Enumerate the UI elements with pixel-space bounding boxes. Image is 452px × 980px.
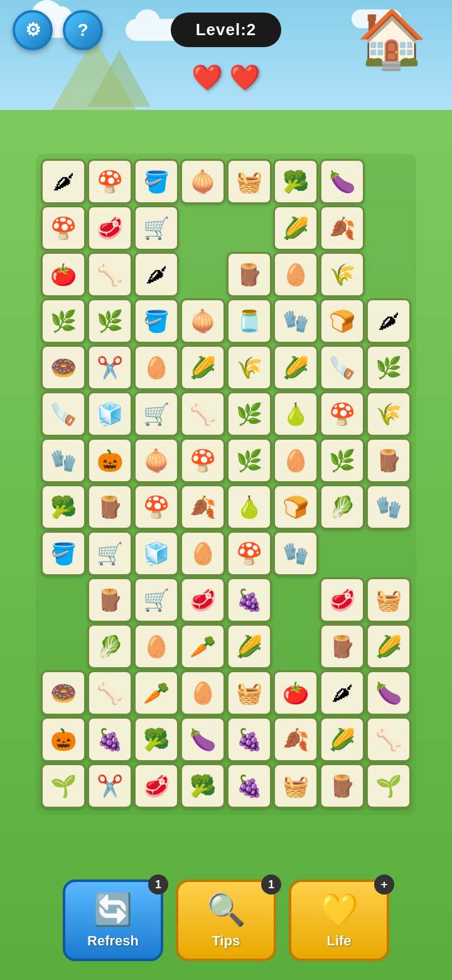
tile[interactable]: 🧺 — [273, 763, 318, 808]
tips-button[interactable]: 1 🔍 Tips — [176, 879, 276, 961]
tile[interactable]: 🌿 — [87, 298, 132, 344]
tile[interactable]: 🌿 — [320, 438, 365, 483]
tile[interactable]: 🎃 — [41, 717, 86, 762]
tile[interactable]: 🌱 — [41, 763, 86, 808]
tile[interactable]: 🍇 — [227, 717, 272, 762]
tile[interactable]: 🍂 — [180, 484, 225, 530]
tile[interactable]: 🌽 — [273, 205, 318, 251]
tile[interactable]: 🛒 — [134, 205, 179, 251]
tile[interactable]: 🍆 — [366, 670, 411, 716]
tile[interactable]: 🛒 — [87, 531, 132, 576]
tile[interactable]: 🦴 — [366, 717, 411, 762]
tile[interactable]: 🌱 — [366, 763, 411, 808]
tile[interactable]: 🥚 — [134, 624, 179, 669]
tile[interactable]: 🍇 — [87, 717, 132, 762]
tile[interactable]: 🥕 — [134, 670, 179, 716]
tile[interactable]: 🥩 — [320, 577, 365, 623]
tile[interactable]: 🍄 — [180, 438, 225, 483]
tile[interactable]: 🪵 — [87, 484, 132, 530]
tile[interactable]: 🧤 — [41, 438, 86, 483]
tile[interactable]: 🌶 — [320, 670, 365, 716]
tile[interactable]: ✂️ — [87, 763, 132, 808]
tile[interactable]: 🍩 — [41, 670, 86, 716]
tile[interactable]: 🍩 — [41, 345, 86, 390]
tile[interactable]: 🪣 — [41, 531, 86, 576]
tile[interactable]: 🥬 — [320, 484, 365, 530]
tile[interactable]: 🌶 — [41, 159, 86, 204]
tile[interactable]: 🧅 — [134, 438, 179, 483]
tile[interactable]: 🪣 — [134, 298, 179, 344]
tile[interactable]: 🎃 — [87, 438, 132, 483]
tile[interactable]: 🍞 — [273, 484, 318, 530]
tile[interactable]: 🥬 — [87, 624, 132, 669]
tile[interactable]: 🧺 — [227, 670, 272, 716]
tile[interactable]: 🌿 — [227, 391, 272, 437]
tile[interactable]: 🧊 — [134, 531, 179, 576]
tile[interactable]: 🥚 — [180, 531, 225, 576]
tile[interactable]: 🥩 — [180, 577, 225, 623]
tile[interactable]: 🥦 — [273, 159, 318, 204]
tile[interactable]: 🦴 — [87, 670, 132, 716]
tile[interactable]: 🌽 — [227, 624, 272, 669]
tile[interactable]: 🍐 — [273, 391, 318, 437]
tile[interactable]: 🌾 — [227, 345, 272, 390]
tile[interactable]: 🍞 — [320, 298, 365, 344]
tile[interactable]: 🍐 — [227, 484, 272, 530]
tile[interactable]: 🪵 — [320, 624, 365, 669]
tile[interactable]: 🧅 — [180, 298, 225, 344]
tile[interactable]: 🍇 — [227, 763, 272, 808]
tile[interactable]: 🍆 — [320, 159, 365, 204]
tile[interactable]: 🧅 — [180, 159, 225, 204]
tile[interactable]: 🛒 — [134, 391, 179, 437]
tile[interactable]: 🍄 — [320, 391, 365, 437]
tile[interactable]: 🦴 — [87, 252, 132, 297]
tile[interactable]: 🪚 — [320, 345, 365, 390]
tile[interactable]: 🍄 — [87, 159, 132, 204]
tile[interactable]: 🍄 — [227, 531, 272, 576]
tile[interactable]: 🧺 — [227, 159, 272, 204]
tile[interactable]: 🧊 — [87, 391, 132, 437]
tile[interactable]: 🌽 — [273, 345, 318, 390]
tile[interactable]: 🧤 — [366, 484, 411, 530]
tile[interactable]: 🍄 — [134, 484, 179, 530]
tile[interactable]: 🥦 — [134, 717, 179, 762]
tile[interactable]: 🌽 — [366, 624, 411, 669]
tile[interactable]: 🪵 — [320, 763, 365, 808]
tile[interactable]: 🌶 — [366, 298, 411, 344]
tile[interactable]: 🥦 — [180, 763, 225, 808]
tile[interactable]: 🍄 — [41, 205, 86, 251]
tile[interactable]: 🍂 — [273, 717, 318, 762]
tile[interactable]: 🍇 — [227, 577, 272, 623]
tile[interactable]: 🥩 — [134, 763, 179, 808]
tile[interactable]: 🧤 — [273, 298, 318, 344]
tile[interactable]: 🥦 — [41, 484, 86, 530]
tile[interactable]: 🌿 — [227, 438, 272, 483]
tile[interactable]: 🪣 — [134, 159, 179, 204]
tile[interactable]: 🥚 — [273, 252, 318, 297]
refresh-button[interactable]: 1 🔄 Refresh — [63, 879, 163, 961]
tile[interactable]: 🌿 — [41, 298, 86, 344]
tile[interactable]: 🪵 — [227, 252, 272, 297]
tile[interactable]: 🍅 — [41, 252, 86, 297]
tile[interactable]: 🧺 — [366, 577, 411, 623]
tile[interactable]: 🥩 — [87, 205, 132, 251]
tile[interactable]: 🥕 — [180, 624, 225, 669]
settings-button[interactable]: ⚙ — [13, 10, 53, 50]
tile[interactable]: 🍂 — [320, 205, 365, 251]
tile[interactable]: 🥚 — [134, 345, 179, 390]
tile[interactable]: 🪚 — [41, 391, 86, 437]
tile[interactable]: 🛒 — [134, 577, 179, 623]
tile[interactable]: 🧤 — [273, 531, 318, 576]
tile[interactable]: 🍅 — [273, 670, 318, 716]
tile[interactable]: 🫙 — [227, 298, 272, 344]
tile[interactable]: ✂️ — [87, 345, 132, 390]
tile[interactable]: 🌶 — [134, 252, 179, 297]
tile[interactable]: 🌾 — [366, 391, 411, 437]
tile[interactable]: 🌽 — [320, 717, 365, 762]
tile[interactable]: 🌽 — [180, 345, 225, 390]
tile[interactable]: 🥚 — [273, 438, 318, 483]
tile[interactable]: 🪵 — [87, 577, 132, 623]
tile[interactable]: 🪵 — [366, 438, 411, 483]
help-button[interactable]: ? — [63, 10, 103, 50]
life-button[interactable]: + 💛 Life — [289, 879, 389, 961]
